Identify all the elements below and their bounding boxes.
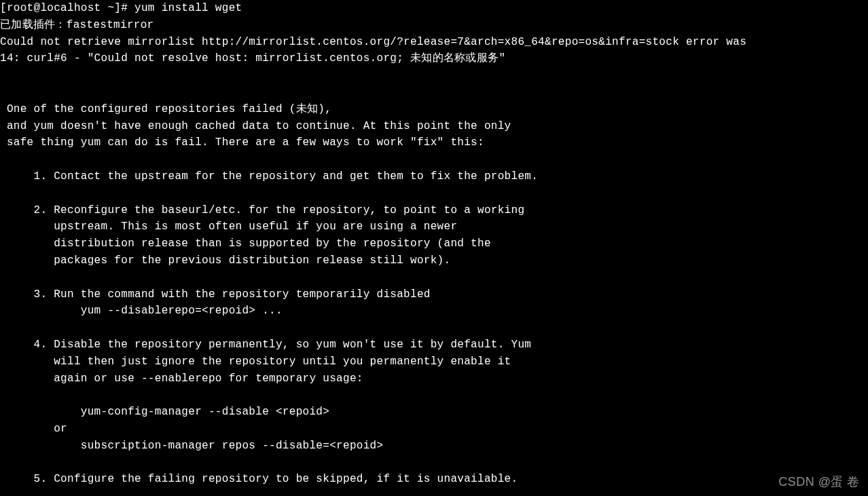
shell-command: yum install wget — [134, 2, 242, 14]
terminal-output[interactable]: [root@localhost ~]# yum install wget 已加载… — [0, 0, 868, 488]
output-line: upstream. This is most often useful if y… — [0, 221, 457, 233]
output-line: or — [0, 423, 67, 435]
output-line: 2. Reconfigure the baseurl/etc. for the … — [0, 204, 524, 216]
output-line: will then just ignore the repository unt… — [0, 356, 511, 368]
output-line: 4. Disable the repository permanently, s… — [0, 339, 531, 351]
output-line: again or use --enablerepo for temporary … — [0, 373, 363, 385]
output-line: 1. Contact the upstream for the reposito… — [0, 170, 538, 183]
output-line: distribution release than is supported b… — [0, 237, 491, 250]
output-line: safe thing yum can do is fail. There are… — [0, 136, 484, 149]
output-line: One of the configured repositories faile… — [0, 103, 331, 115]
shell-prompt: [root@localhost ~]# — [0, 2, 128, 14]
output-line: 3. Run the command with the repository t… — [0, 288, 431, 301]
output-line: subscription-manager repos --disable=<re… — [0, 440, 383, 452]
output-line: 已加载插件：fastestmirror — [0, 19, 154, 31]
prompt-line: [root@localhost ~]# yum install wget — [0, 2, 242, 14]
output-line: 5. Configure the failing repository to b… — [0, 473, 518, 485]
output-line: Could not retrieve mirrorlist http://mir… — [0, 36, 746, 48]
output-line: packages for the previous distribution r… — [0, 254, 450, 267]
watermark-text: CSDN @蛋 卷 — [778, 473, 860, 492]
output-line: yum --disablerepo=<repoid> ... — [0, 305, 283, 317]
output-line: yum-config-manager --disable <repoid> — [0, 406, 329, 418]
output-line: and yum doesn't have enough cached data … — [0, 120, 511, 132]
output-line: 14: curl#6 - "Could not resolve host: mi… — [0, 52, 505, 64]
